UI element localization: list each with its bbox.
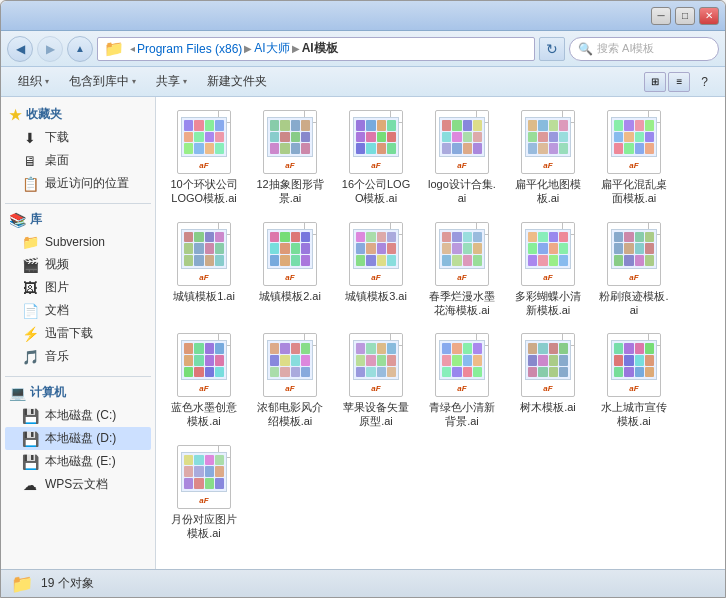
search-bar[interactable]: 🔍 搜索 AI模板 bbox=[569, 37, 719, 61]
drive-c-icon: 💾 bbox=[21, 408, 39, 424]
list-item[interactable]: aF城镇模板3.ai bbox=[336, 217, 416, 323]
sidebar-item-recent[interactable]: 📋 最近访问的位置 bbox=[5, 172, 151, 195]
maximize-button[interactable]: □ bbox=[675, 7, 695, 25]
list-item[interactable]: aF16个公司LOGO模板.ai bbox=[336, 105, 416, 211]
list-item[interactable]: aF城镇模板1.ai bbox=[164, 217, 244, 323]
file-area: aF10个环状公司LOGO模板.aiaF12抽象图形背景.aiaF16个公司LO… bbox=[156, 97, 725, 569]
computer-icon: 💻 bbox=[9, 385, 26, 401]
list-item[interactable]: aF蓝色水墨创意模板.ai bbox=[164, 328, 244, 434]
divider-2 bbox=[5, 376, 151, 377]
sidebar-item-subversion[interactable]: 📁 Subversion bbox=[5, 231, 151, 253]
sidebar-item-download[interactable]: ⬇ 下载 bbox=[5, 126, 151, 149]
sidebar-item-wps-cloud[interactable]: ☁ WPS云文档 bbox=[5, 473, 151, 496]
pictures-icon: 🖼 bbox=[21, 280, 39, 296]
refresh-button[interactable]: ↻ bbox=[539, 37, 565, 61]
breadcrumb[interactable]: 📁 ◂ Program Files (x86) ▶ AI大师 ▶ AI模板 bbox=[97, 37, 535, 61]
wps-cloud-icon: ☁ bbox=[21, 477, 39, 493]
organize-button[interactable]: 组织 ▾ bbox=[9, 71, 58, 93]
breadcrumb-item-programfiles[interactable]: Program Files (x86) bbox=[137, 42, 242, 56]
back-button[interactable]: ◀ bbox=[7, 36, 33, 62]
desktop-icon: 🖥 bbox=[21, 153, 39, 169]
list-item[interactable]: aF苹果设备矢量原型.ai bbox=[336, 328, 416, 434]
list-item[interactable]: aFlogo设计合集.ai bbox=[422, 105, 502, 211]
computer-section: 💻 计算机 💾 本地磁盘 (C:) 💾 本地磁盘 (D:) 💾 本地磁盘 (E:… bbox=[5, 381, 151, 496]
list-item[interactable]: aF粉刷痕迹模板.ai bbox=[594, 217, 674, 323]
sidebar-item-pictures[interactable]: 🖼 图片 bbox=[5, 276, 151, 299]
help-button[interactable]: ? bbox=[692, 71, 717, 93]
sidebar-item-documents[interactable]: 📄 文档 bbox=[5, 299, 151, 322]
video-icon: 🎬 bbox=[21, 257, 39, 273]
share-arrow: ▾ bbox=[183, 77, 187, 86]
status-folder-icon: 📁 bbox=[11, 573, 33, 595]
address-bar: ◀ ▶ ▲ 📁 ◂ Program Files (x86) ▶ AI大师 ▶ A… bbox=[1, 31, 725, 67]
sidebar-item-drive-d[interactable]: 💾 本地磁盘 (D:) bbox=[5, 427, 151, 450]
window-controls: ─ □ ✕ bbox=[651, 7, 719, 25]
main-area: ★ 收藏夹 ⬇ 下载 🖥 桌面 📋 最近访问的位置 bbox=[1, 97, 725, 569]
list-item[interactable]: aF城镇模板2.ai bbox=[250, 217, 330, 323]
list-item[interactable]: aF水上城市宣传模板.ai bbox=[594, 328, 674, 434]
list-item[interactable]: aF多彩蝴蝶小清新模板.ai bbox=[508, 217, 588, 323]
window: ─ □ ✕ ◀ ▶ ▲ 📁 ◂ Program Files (x86) ▶ AI… bbox=[0, 0, 726, 598]
drive-e-icon: 💾 bbox=[21, 454, 39, 470]
sidebar-item-video[interactable]: 🎬 视频 bbox=[5, 253, 151, 276]
subversion-icon: 📁 bbox=[21, 234, 39, 250]
breadcrumb-item-aimaster[interactable]: AI大师 bbox=[254, 40, 289, 57]
status-count: 19 个对象 bbox=[41, 575, 94, 592]
list-item[interactable]: aF树木模板.ai bbox=[508, 328, 588, 434]
sidebar-item-drive-c[interactable]: 💾 本地磁盘 (C:) bbox=[5, 404, 151, 427]
view-btn-2[interactable]: ≡ bbox=[668, 72, 690, 92]
list-item[interactable]: aF青绿色小清新背景.ai bbox=[422, 328, 502, 434]
list-item[interactable]: aF春季烂漫水墨花海模板.ai bbox=[422, 217, 502, 323]
breadcrumb-item-current[interactable]: AI模板 bbox=[302, 40, 338, 57]
file-grid: aF10个环状公司LOGO模板.aiaF12抽象图形背景.aiaF16个公司LO… bbox=[164, 105, 717, 545]
include-library-button[interactable]: 包含到库中 ▾ bbox=[60, 71, 145, 93]
toolbar: 组织 ▾ 包含到库中 ▾ 共享 ▾ 新建文件夹 ⊞ ≡ ? bbox=[1, 67, 725, 97]
list-item[interactable]: aF12抽象图形背景.ai bbox=[250, 105, 330, 211]
computer-header[interactable]: 💻 计算机 bbox=[5, 381, 151, 404]
recent-icon: 📋 bbox=[21, 176, 39, 192]
star-icon: ★ bbox=[9, 107, 22, 123]
share-button[interactable]: 共享 ▾ bbox=[147, 71, 196, 93]
divider-1 bbox=[5, 203, 151, 204]
sidebar-item-xunlei[interactable]: ⚡ 迅雷下载 bbox=[5, 322, 151, 345]
sidebar: ★ 收藏夹 ⬇ 下载 🖥 桌面 📋 最近访问的位置 bbox=[1, 97, 156, 569]
list-item[interactable]: aF浓郁电影风介绍模板.ai bbox=[250, 328, 330, 434]
favorites-header[interactable]: ★ 收藏夹 bbox=[5, 103, 151, 126]
sidebar-item-drive-e[interactable]: 💾 本地磁盘 (E:) bbox=[5, 450, 151, 473]
search-placeholder: 搜索 AI模板 bbox=[597, 41, 654, 56]
drive-d-icon: 💾 bbox=[21, 431, 39, 447]
library-icon: 📚 bbox=[9, 212, 26, 228]
title-bar: ─ □ ✕ bbox=[1, 1, 725, 31]
status-bar: 📁 19 个对象 bbox=[1, 569, 725, 597]
library-header[interactable]: 📚 库 bbox=[5, 208, 151, 231]
up-button[interactable]: ▲ bbox=[67, 36, 93, 62]
favorites-section: ★ 收藏夹 ⬇ 下载 🖥 桌面 📋 最近访问的位置 bbox=[5, 103, 151, 195]
list-item[interactable]: aF扁平化地图模板.ai bbox=[508, 105, 588, 211]
view-buttons: ⊞ ≡ bbox=[644, 72, 690, 92]
documents-icon: 📄 bbox=[21, 303, 39, 319]
xunlei-icon: ⚡ bbox=[21, 326, 39, 342]
organize-arrow: ▾ bbox=[45, 77, 49, 86]
sidebar-item-desktop[interactable]: 🖥 桌面 bbox=[5, 149, 151, 172]
close-button[interactable]: ✕ bbox=[699, 7, 719, 25]
search-icon: 🔍 bbox=[578, 42, 593, 56]
list-item[interactable]: aF10个环状公司LOGO模板.ai bbox=[164, 105, 244, 211]
download-icon: ⬇ bbox=[21, 130, 39, 146]
library-section: 📚 库 📁 Subversion 🎬 视频 🖼 图片 📄 文档 bbox=[5, 208, 151, 368]
list-item[interactable]: aF扁平化混乱桌面模板.ai bbox=[594, 105, 674, 211]
view-btn-1[interactable]: ⊞ bbox=[644, 72, 666, 92]
music-icon: 🎵 bbox=[21, 349, 39, 365]
list-item[interactable]: aF月份对应图片模板.ai bbox=[164, 440, 244, 546]
minimize-button[interactable]: ─ bbox=[651, 7, 671, 25]
sidebar-item-music[interactable]: 🎵 音乐 bbox=[5, 345, 151, 368]
forward-button[interactable]: ▶ bbox=[37, 36, 63, 62]
new-folder-button[interactable]: 新建文件夹 bbox=[198, 71, 276, 93]
include-arrow: ▾ bbox=[132, 77, 136, 86]
